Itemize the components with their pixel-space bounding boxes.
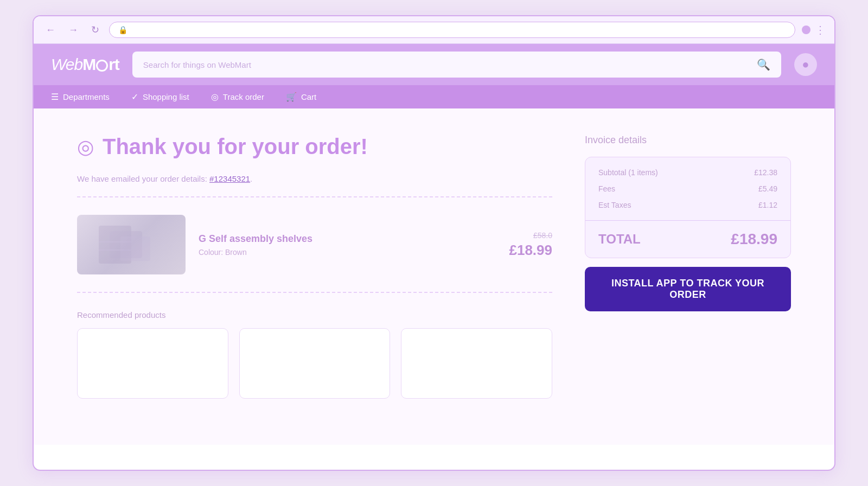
invoice-label-taxes: Est Taxes <box>598 201 631 209</box>
nav-label-departments: Departments <box>63 92 110 101</box>
invoice-value-taxes: £1.12 <box>758 201 777 209</box>
address-bar[interactable]: 🔒 <box>109 22 795 38</box>
departments-icon: ☰ <box>51 92 59 102</box>
browser-frame: ← → ↻ 🔒 ⋮ WebMrt 🔍 ● ☰ Departments ✓ Sho… <box>33 15 835 471</box>
forward-button[interactable]: → <box>65 22 81 38</box>
nav-bar: ☰ Departments ✓ Shopping list ◎ Track or… <box>34 85 834 108</box>
thank-you-heading: ◎ Thank you for your order! <box>77 135 552 159</box>
logo-o-icon <box>96 60 108 72</box>
invoice-box: Subtotal (1 items) £12.38 Fees £5.49 Est… <box>585 157 791 258</box>
search-input[interactable] <box>143 60 751 69</box>
browser-dot <box>802 25 810 34</box>
search-bar-container: 🔍 <box>132 52 781 78</box>
invoice-lines: Subtotal (1 items) £12.38 Fees £5.49 Est… <box>585 157 790 220</box>
nav-label-track-order: Track order <box>223 92 264 101</box>
thank-you-text: Thank you for your order! <box>103 135 368 159</box>
recommended-card-3[interactable] <box>401 328 552 399</box>
total-label: TOTAL <box>598 232 641 247</box>
email-notice-prefix: We have emailed your order details: <box>77 174 209 183</box>
invoice-total-row: TOTAL £18.99 <box>585 220 790 258</box>
product-image-svg <box>93 220 169 269</box>
product-info: G Self assembly shelves Colour: Brown <box>199 233 496 257</box>
recommended-grid <box>77 328 552 399</box>
recommended-title: Recommended products <box>77 310 552 319</box>
nav-label-cart: Cart <box>301 92 316 101</box>
lock-icon: 🔒 <box>118 25 127 34</box>
reload-button[interactable]: ↻ <box>88 22 103 38</box>
nav-item-departments[interactable]: ☰ Departments <box>51 92 110 102</box>
order-section: ◎ Thank you for your order! We have emai… <box>77 135 552 412</box>
product-row: G Self assembly shelves Colour: Brown £5… <box>77 206 552 283</box>
site-logo[interactable]: WebMrt <box>51 55 119 74</box>
search-button[interactable]: 🔍 <box>757 58 770 71</box>
nav-item-track-order[interactable]: ◎ Track order <box>211 92 264 102</box>
shopping-list-icon: ✓ <box>131 92 138 102</box>
recommended-section: Recommended products <box>77 310 552 399</box>
divider-bottom <box>77 292 552 293</box>
email-notice: We have emailed your order details: #123… <box>77 174 552 183</box>
divider-top <box>77 196 552 197</box>
email-notice-suffix: . <box>250 174 252 183</box>
recommended-card-1[interactable] <box>77 328 228 399</box>
install-app-button[interactable]: INSTALL APP TO TRACK YOUR ORDER <box>585 267 791 311</box>
invoice-value-fees: £5.49 <box>758 184 777 193</box>
product-image <box>77 215 186 274</box>
nav-item-shopping-list[interactable]: ✓ Shopping list <box>131 92 189 102</box>
cart-icon: 🛒 <box>286 92 297 102</box>
logo-mart-rt: rt <box>108 55 119 73</box>
product-colour: Colour: Brown <box>199 248 496 257</box>
order-number-link[interactable]: #12345321 <box>209 174 250 183</box>
invoice-section: Invoice details Subtotal (1 items) £12.3… <box>585 135 791 412</box>
site-header: WebMrt 🔍 ● <box>34 44 834 85</box>
invoice-label-fees: Fees <box>598 184 615 193</box>
invoice-line-fees: Fees £5.49 <box>598 184 777 193</box>
recommended-card-2[interactable] <box>239 328 391 399</box>
invoice-value-subtotal: £12.38 <box>754 168 777 177</box>
invoice-line-subtotal: Subtotal (1 items) £12.38 <box>598 168 777 177</box>
nav-item-cart[interactable]: 🛒 Cart <box>286 92 316 102</box>
total-value: £18.99 <box>731 231 777 248</box>
logo-mart-m: M <box>82 55 95 73</box>
user-avatar[interactable]: ● <box>794 53 817 76</box>
price-original: £58.0 <box>509 231 552 240</box>
browser-menu-icon[interactable]: ⋮ <box>815 23 826 36</box>
invoice-label-subtotal: Subtotal (1 items) <box>598 168 658 177</box>
svg-rect-2 <box>120 236 150 261</box>
back-button[interactable]: ← <box>42 22 59 38</box>
product-price: £58.0 £18.99 <box>509 231 552 259</box>
browser-chrome: ← → ↻ 🔒 ⋮ <box>34 16 834 44</box>
product-name: G Self assembly shelves <box>199 233 496 245</box>
track-order-icon: ◎ <box>211 92 219 102</box>
browser-actions: ⋮ <box>802 23 826 36</box>
target-icon: ◎ <box>77 136 94 158</box>
logo-web: Web <box>51 55 82 73</box>
invoice-line-taxes: Est Taxes £1.12 <box>598 201 777 209</box>
price-current: £18.99 <box>509 242 552 258</box>
invoice-title: Invoice details <box>585 135 791 146</box>
nav-label-shopping-list: Shopping list <box>143 92 189 101</box>
main-content: ◎ Thank you for your order! We have emai… <box>34 108 834 445</box>
